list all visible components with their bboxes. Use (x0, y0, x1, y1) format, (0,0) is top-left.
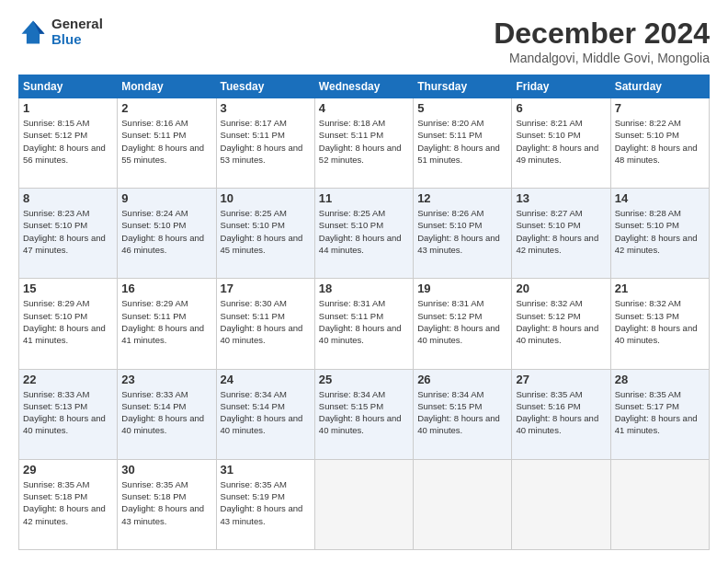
day-number: 12 (417, 191, 507, 205)
day-number: 19 (417, 282, 507, 295)
day-info: Sunrise: 8:33 AMSunset: 5:14 PMDaylight:… (121, 389, 204, 436)
calendar-cell: 23 Sunrise: 8:33 AMSunset: 5:14 PMDaylig… (118, 369, 216, 459)
day-number: 27 (516, 373, 606, 386)
day-number: 5 (417, 101, 507, 115)
calendar-cell: 13 Sunrise: 8:27 AMSunset: 5:10 PMDaylig… (512, 189, 610, 279)
calendar-cell (610, 459, 709, 549)
day-info: Sunrise: 8:32 AMSunset: 5:13 PMDaylight:… (615, 298, 698, 345)
day-number: 30 (121, 463, 211, 477)
day-number: 16 (121, 282, 211, 295)
header-tuesday: Tuesday (216, 75, 314, 98)
calendar-cell: 24 Sunrise: 8:34 AMSunset: 5:14 PMDaylig… (216, 369, 314, 459)
calendar-cell: 4 Sunrise: 8:18 AMSunset: 5:11 PMDayligh… (314, 98, 413, 189)
week-row-5: 29 Sunrise: 8:35 AMSunset: 5:18 PMDaylig… (19, 459, 710, 549)
day-info: Sunrise: 8:15 AMSunset: 5:12 PMDaylight:… (23, 118, 106, 165)
day-info: Sunrise: 8:21 AMSunset: 5:10 PMDaylight:… (516, 118, 598, 165)
calendar-cell: 17 Sunrise: 8:30 AMSunset: 5:11 PMDaylig… (216, 279, 314, 369)
day-info: Sunrise: 8:18 AMSunset: 5:11 PMDaylight:… (319, 118, 402, 165)
week-row-3: 15 Sunrise: 8:29 AMSunset: 5:10 PMDaylig… (19, 279, 710, 369)
day-number: 13 (516, 191, 606, 205)
header-wednesday: Wednesday (314, 75, 413, 98)
day-info: Sunrise: 8:29 AMSunset: 5:10 PMDaylight:… (23, 298, 106, 345)
calendar-cell: 14 Sunrise: 8:28 AMSunset: 5:10 PMDaylig… (610, 189, 709, 279)
calendar-cell: 6 Sunrise: 8:21 AMSunset: 5:10 PMDayligh… (512, 98, 610, 189)
day-number: 17 (221, 282, 311, 295)
calendar-cell: 7 Sunrise: 8:22 AMSunset: 5:10 PMDayligh… (610, 98, 709, 189)
logo-icon (18, 17, 48, 47)
day-info: Sunrise: 8:25 AMSunset: 5:10 PMDaylight:… (319, 208, 402, 255)
day-info: Sunrise: 8:31 AMSunset: 5:12 PMDaylight:… (417, 298, 500, 345)
day-number: 7 (615, 101, 705, 115)
day-number: 23 (121, 373, 211, 386)
day-info: Sunrise: 8:35 AMSunset: 5:17 PMDaylight:… (615, 389, 698, 436)
day-info: Sunrise: 8:17 AMSunset: 5:11 PMDaylight:… (221, 118, 303, 165)
day-info: Sunrise: 8:20 AMSunset: 5:11 PMDaylight:… (417, 118, 500, 165)
day-number: 20 (516, 282, 606, 295)
calendar-cell: 31 Sunrise: 8:35 AMSunset: 5:19 PMDaylig… (216, 459, 314, 549)
day-number: 4 (319, 101, 409, 115)
calendar-cell: 15 Sunrise: 8:29 AMSunset: 5:10 PMDaylig… (19, 279, 118, 369)
header-monday: Monday (118, 75, 216, 98)
subtitle: Mandalgovi, Middle Govi, Mongolia (494, 51, 710, 65)
day-info: Sunrise: 8:25 AMSunset: 5:10 PMDaylight:… (221, 208, 303, 255)
calendar-cell: 18 Sunrise: 8:31 AMSunset: 5:11 PMDaylig… (314, 279, 413, 369)
calendar-cell (512, 459, 610, 549)
day-number: 21 (615, 282, 705, 295)
calendar-cell: 19 Sunrise: 8:31 AMSunset: 5:12 PMDaylig… (414, 279, 512, 369)
page: General Blue December 2024 Mandalgovi, M… (0, 0, 728, 563)
calendar-cell: 11 Sunrise: 8:25 AMSunset: 5:10 PMDaylig… (314, 189, 413, 279)
day-number: 10 (221, 191, 311, 205)
calendar-cell (414, 459, 512, 549)
day-number: 15 (23, 282, 113, 295)
day-number: 3 (221, 101, 311, 115)
calendar-cell: 2 Sunrise: 8:16 AMSunset: 5:11 PMDayligh… (118, 98, 216, 189)
day-info: Sunrise: 8:34 AMSunset: 5:14 PMDaylight:… (221, 389, 303, 436)
calendar-cell: 8 Sunrise: 8:23 AMSunset: 5:10 PMDayligh… (19, 189, 118, 279)
day-info: Sunrise: 8:34 AMSunset: 5:15 PMDaylight:… (417, 389, 500, 436)
day-info: Sunrise: 8:28 AMSunset: 5:10 PMDaylight:… (615, 208, 698, 255)
day-number: 26 (417, 373, 507, 386)
day-number: 8 (23, 191, 113, 205)
day-info: Sunrise: 8:22 AMSunset: 5:10 PMDaylight:… (615, 118, 698, 165)
header: General Blue December 2024 Mandalgovi, M… (18, 17, 710, 65)
calendar-cell: 12 Sunrise: 8:26 AMSunset: 5:10 PMDaylig… (414, 189, 512, 279)
day-number: 6 (516, 101, 606, 115)
week-row-4: 22 Sunrise: 8:33 AMSunset: 5:13 PMDaylig… (19, 369, 710, 459)
day-number: 2 (121, 101, 211, 115)
day-number: 31 (221, 463, 311, 477)
calendar-cell: 10 Sunrise: 8:25 AMSunset: 5:10 PMDaylig… (216, 189, 314, 279)
day-number: 28 (615, 373, 705, 386)
day-info: Sunrise: 8:27 AMSunset: 5:10 PMDaylight:… (516, 208, 598, 255)
day-info: Sunrise: 8:32 AMSunset: 5:12 PMDaylight:… (516, 298, 598, 345)
day-info: Sunrise: 8:23 AMSunset: 5:10 PMDaylight:… (23, 208, 106, 255)
header-thursday: Thursday (414, 75, 512, 98)
day-number: 14 (615, 191, 705, 205)
logo-blue: Blue (51, 32, 103, 48)
day-number: 9 (121, 191, 211, 205)
day-info: Sunrise: 8:35 AMSunset: 5:18 PMDaylight:… (121, 479, 204, 526)
calendar-cell: 26 Sunrise: 8:34 AMSunset: 5:15 PMDaylig… (414, 369, 512, 459)
calendar-cell: 1 Sunrise: 8:15 AMSunset: 5:12 PMDayligh… (19, 98, 118, 189)
calendar-cell: 25 Sunrise: 8:34 AMSunset: 5:15 PMDaylig… (314, 369, 413, 459)
week-row-2: 8 Sunrise: 8:23 AMSunset: 5:10 PMDayligh… (19, 189, 710, 279)
day-number: 22 (23, 373, 113, 386)
calendar-cell: 20 Sunrise: 8:32 AMSunset: 5:12 PMDaylig… (512, 279, 610, 369)
day-number: 29 (23, 463, 113, 477)
day-info: Sunrise: 8:30 AMSunset: 5:11 PMDaylight:… (221, 298, 303, 345)
main-title: December 2024 (494, 17, 710, 51)
calendar-cell: 30 Sunrise: 8:35 AMSunset: 5:18 PMDaylig… (118, 459, 216, 549)
day-info: Sunrise: 8:35 AMSunset: 5:18 PMDaylight:… (23, 479, 106, 526)
calendar-cell: 9 Sunrise: 8:24 AMSunset: 5:10 PMDayligh… (118, 189, 216, 279)
day-info: Sunrise: 8:31 AMSunset: 5:11 PMDaylight:… (319, 298, 402, 345)
day-info: Sunrise: 8:26 AMSunset: 5:10 PMDaylight:… (417, 208, 500, 255)
day-number: 11 (319, 191, 409, 205)
calendar-cell: 16 Sunrise: 8:29 AMSunset: 5:11 PMDaylig… (118, 279, 216, 369)
week-row-1: 1 Sunrise: 8:15 AMSunset: 5:12 PMDayligh… (19, 98, 710, 189)
calendar-cell: 22 Sunrise: 8:33 AMSunset: 5:13 PMDaylig… (19, 369, 118, 459)
day-info: Sunrise: 8:34 AMSunset: 5:15 PMDaylight:… (319, 389, 402, 436)
day-info: Sunrise: 8:35 AMSunset: 5:19 PMDaylight:… (221, 479, 303, 526)
day-number: 1 (23, 101, 113, 115)
day-info: Sunrise: 8:24 AMSunset: 5:10 PMDaylight:… (121, 208, 204, 255)
header-sunday: Sunday (19, 75, 118, 98)
calendar-cell: 29 Sunrise: 8:35 AMSunset: 5:18 PMDaylig… (19, 459, 118, 549)
